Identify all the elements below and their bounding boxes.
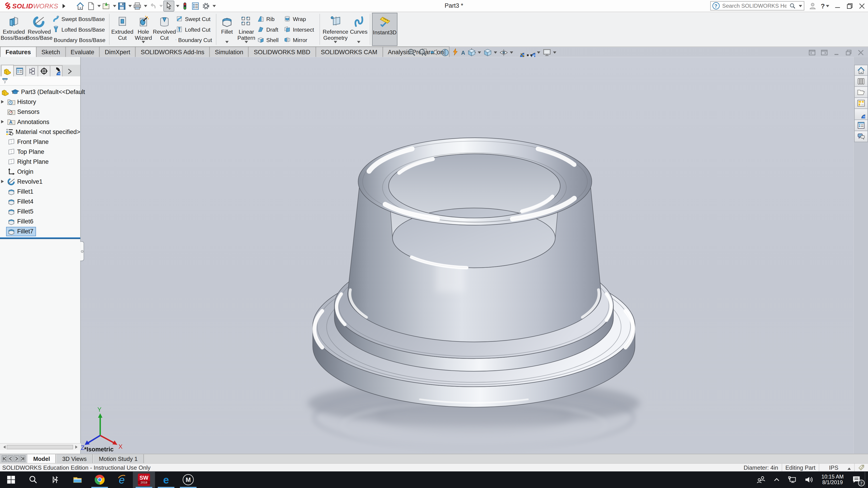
tab-solidworks-add-ins[interactable]: SOLIDWORKS Add-Ins [135,46,210,57]
task-view-button[interactable] [44,471,66,488]
taskbar-search-button[interactable] [22,471,44,488]
zoom-to-area-button[interactable] [418,48,428,57]
reference-geometry-button[interactable]: Reference Geometry [322,13,349,46]
tree-item-annotations[interactable]: Annotations [0,117,80,127]
edge-button[interactable]: e [155,471,177,488]
scroll-right-arrow[interactable] [75,445,79,449]
dimxpert-manager-tab[interactable] [38,65,51,76]
tree-item-origin[interactable]: Origin [0,166,80,176]
undo-button[interactable] [148,1,158,11]
save-button[interactable] [117,1,127,11]
select-dropdown-arrow[interactable] [176,5,180,8]
curves-button[interactable]: Curves [349,13,368,46]
feature-manager-tab[interactable] [1,65,14,76]
search-input[interactable] [721,2,787,9]
hide-show-items-button[interactable] [499,48,514,57]
scroll-left-arrow[interactable] [2,445,5,449]
task-pane-view-palette-tab[interactable] [854,98,868,109]
restore-button[interactable] [846,2,854,10]
previous-view-button[interactable] [429,48,439,57]
fillet-button[interactable]: Fillet [218,13,236,46]
swept-cut-button[interactable]: Swept Cut [176,14,214,24]
next-tab-button[interactable] [14,455,19,462]
tab-dimxpert[interactable]: DimXpert [99,46,135,57]
graphics-area[interactable]: Y X Z *Isometric [81,57,854,454]
tree-item-part3[interactable]: Part3 (Default<<Default [0,87,80,97]
extruded-boss-base-button[interactable]: Extruded Boss/Base [1,13,27,46]
fillet-arrow[interactable] [225,41,229,45]
task-pane-design-library-tab[interactable] [854,76,868,87]
apply-scene-arrow[interactable] [537,52,540,55]
new-dropdown-arrow[interactable] [97,5,101,8]
tab-features[interactable]: Features [0,46,36,57]
tree-item-material[interactable]: Material <not specified> [0,127,80,137]
pane-previous-icon[interactable] [808,49,816,57]
network-icon[interactable] [788,475,797,484]
action-center-button[interactable]: 7 [852,475,861,484]
help-menu[interactable]: ? [821,2,829,10]
extruded-cut-button[interactable]: Extruded Cut [111,13,133,46]
tab-sketch[interactable]: Sketch [36,46,66,57]
panel-horizontal-scrollbar[interactable] [0,443,81,450]
print-dropdown-arrow[interactable] [144,5,147,8]
draft-button[interactable]: Draft [257,24,283,34]
mirror-button[interactable]: Mirror [283,35,318,45]
view-orientation-arrow[interactable] [478,52,481,55]
doc-restore-icon[interactable] [845,49,852,57]
tree-item-fillet4[interactable]: Fillet4 [0,196,80,206]
tab-simulation[interactable]: Simulation [209,46,249,57]
tag-icon[interactable] [858,464,865,471]
tree-item-fillet1[interactable]: Fillet1 [0,186,80,196]
status-light-icon[interactable] [180,1,190,11]
search-icon[interactable] [789,2,796,9]
task-pane-file-explorer-tab[interactable] [854,87,868,98]
show-desktop-button[interactable] [865,471,868,488]
doc-close-icon[interactable] [857,49,865,57]
home-button[interactable] [75,1,85,11]
taskbar-clock[interactable]: 10:15 AM 8/1/2019 [822,474,844,486]
close-button[interactable] [858,2,866,10]
display-manager-tab[interactable] [50,65,62,76]
hidden-icons-chevron[interactable] [773,477,780,483]
tree-item-top-plane[interactable]: Top Plane [0,147,80,157]
save-dropdown-arrow[interactable] [128,5,132,8]
hole-wizard-arrow[interactable] [142,41,145,45]
open-button[interactable] [101,1,111,11]
tree-item-sensors[interactable]: Sensors [0,107,80,117]
pane-next-icon[interactable] [820,49,828,57]
new-document-button[interactable] [86,1,96,11]
tree-item-front-plane[interactable]: Front Plane [0,137,80,147]
people-icon[interactable] [756,475,765,484]
configuration-manager-tab[interactable] [26,65,38,76]
curves-arrow[interactable] [357,41,361,45]
hole-wizard-button[interactable]: Hole Wizard [133,13,153,46]
panel-splitter-handle[interactable] [80,241,84,261]
rollback-bar[interactable] [0,237,80,239]
start-button[interactable] [0,471,22,488]
tree-item-fillet7[interactable]: Fillet7 [0,226,80,236]
swept-boss-base-button[interactable]: Swept Boss/Base [52,14,107,24]
task-pane-forum-tab[interactable] [854,131,868,142]
tab-solidworks-cam[interactable]: SOLIDWORKS CAM [315,46,383,57]
settings-dropdown-arrow[interactable] [213,5,216,8]
task-pane-appearances-tab[interactable] [854,109,868,120]
rib-button[interactable]: Rib [257,14,283,24]
tree-filter-row[interactable] [0,76,80,86]
settings-gear-button[interactable] [201,1,211,11]
edit-appearance-button[interactable] [515,48,525,57]
prev-tab-button[interactable] [8,455,13,462]
boundary-boss-base-button[interactable]: Boundary Boss/Base [52,35,107,45]
options-list-button[interactable] [190,1,200,11]
view-settings-button[interactable] [542,48,557,57]
internet-explorer-button[interactable]: e [111,471,133,488]
tree-item-revolve1[interactable]: Revolve1 [0,176,80,186]
menu-expand-arrow[interactable] [63,4,68,8]
wrap-button[interactable]: Wrap [283,14,318,24]
undo-dropdown-arrow[interactable] [159,5,163,8]
file-explorer-button[interactable] [66,471,89,488]
property-manager-tab[interactable] [13,65,26,76]
print-button[interactable] [132,1,142,11]
tab-solidworks-mbd[interactable]: SOLIDWORKS MBD [248,46,316,57]
open-dropdown-arrow[interactable] [113,5,116,8]
dynamic-annotation-views-button[interactable]: A [451,48,466,57]
